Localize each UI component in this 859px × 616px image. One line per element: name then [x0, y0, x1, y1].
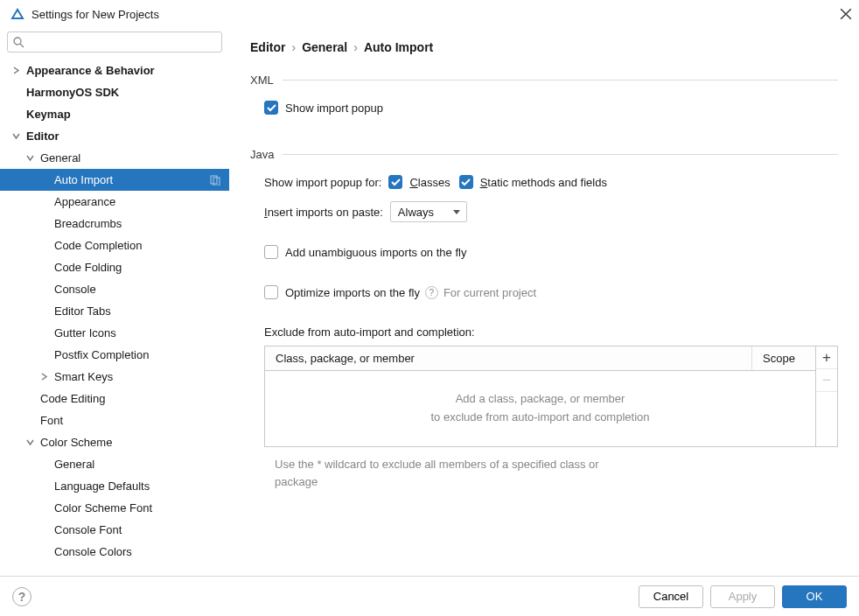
search-input[interactable]	[28, 36, 216, 49]
unambiguous-checkbox[interactable]	[264, 245, 278, 259]
tree-item[interactable]: General	[0, 453, 229, 475]
static-label: Static methods and fields	[480, 176, 607, 189]
chevron-right-icon	[38, 350, 49, 360]
tree-item[interactable]: General	[0, 147, 229, 169]
search-icon	[13, 37, 24, 48]
copy-icon	[210, 175, 220, 186]
settings-tree: Appearance & BehaviorHarmonyOS SDKKeymap…	[0, 60, 229, 576]
chevron-right-icon	[10, 88, 21, 98]
classes-label: Classes	[409, 176, 450, 189]
tree-item-label: Code Completion	[54, 239, 142, 252]
classes-checkbox[interactable]	[388, 175, 402, 189]
cancel-button[interactable]: Cancel	[639, 585, 703, 608]
tree-item-label: Appearance	[54, 195, 115, 208]
tree-item[interactable]: Appearance & Behavior	[0, 60, 229, 81]
ok-button[interactable]: OK	[782, 585, 847, 608]
chevron-right-icon	[38, 547, 49, 557]
tree-item[interactable]: Gutter Icons	[0, 322, 229, 344]
tree-item-label: Color Scheme	[40, 436, 112, 449]
tree-item-label: Code Folding	[54, 261, 122, 274]
svg-line-1	[20, 44, 24, 47]
tree-item[interactable]: Appearance	[0, 191, 229, 213]
exclude-label: Exclude from auto-import and completion:	[264, 326, 838, 339]
chevron-right-icon	[38, 175, 49, 186]
chevron-right-icon	[38, 328, 49, 339]
unambiguous-label: Add unambiguous imports on the fly	[285, 246, 466, 259]
help-icon[interactable]: ?	[425, 286, 438, 299]
titlebar: Settings for New Projects	[0, 0, 859, 28]
tree-item[interactable]: Postfix Completion	[0, 344, 229, 366]
tree-item-label: General	[54, 458, 94, 471]
chevron-right-icon	[24, 394, 35, 404]
static-checkbox[interactable]	[459, 175, 473, 189]
dialog-footer: ? Cancel Apply OK	[0, 576, 859, 616]
exclude-col-class[interactable]: Class, package, or member	[265, 346, 752, 370]
exclude-table: Class, package, or member Scope Add a cl…	[264, 346, 815, 447]
search-input-wrap[interactable]	[7, 32, 222, 52]
tree-item-label: Breadcrumbs	[54, 217, 122, 230]
breadcrumb: Editor › General › Auto Import	[250, 40, 838, 54]
tree-item-label: Appearance & Behavior	[26, 64, 155, 77]
chevron-right-icon	[38, 241, 49, 251]
tree-item[interactable]: Smart Keys	[0, 366, 229, 388]
exclude-col-scope[interactable]: Scope	[752, 346, 815, 370]
svg-point-0	[14, 38, 21, 45]
section-xml: XML	[250, 74, 838, 87]
chevron-right-icon	[38, 481, 49, 492]
chevron-right-icon	[38, 306, 49, 317]
chevron-right-icon: ›	[291, 40, 296, 54]
optimize-checkbox[interactable]	[264, 285, 278, 299]
chevron-right-icon: ›	[353, 40, 358, 54]
tree-item[interactable]: Color Scheme	[0, 431, 229, 453]
sidebar: Appearance & BehaviorHarmonyOS SDKKeymap…	[0, 28, 229, 576]
chevron-right-icon	[38, 197, 49, 207]
breadcrumb-item[interactable]: General	[302, 40, 347, 54]
tree-item[interactable]: Console Colors	[0, 541, 229, 563]
tree-item-label: HarmonyOS SDK	[26, 86, 119, 99]
show-import-popup-checkbox[interactable]	[264, 101, 278, 115]
apply-button[interactable]: Apply	[710, 585, 775, 608]
tree-item-label: Console	[54, 283, 96, 296]
tree-item[interactable]: Language Defaults	[0, 475, 229, 497]
tree-item-label: Gutter Icons	[54, 326, 116, 340]
breadcrumb-item[interactable]: Editor	[250, 40, 285, 54]
chevron-right-icon	[38, 372, 49, 382]
tree-item[interactable]: HarmonyOS SDK	[0, 81, 229, 103]
show-import-popup-label: Show import popup	[285, 102, 383, 115]
breadcrumb-item: Auto Import	[364, 40, 433, 54]
tree-item-label: General	[40, 151, 80, 164]
tree-item[interactable]: Keymap	[0, 103, 229, 125]
tree-item[interactable]: Console Font	[0, 519, 229, 541]
exclude-remove-button[interactable]: −	[816, 369, 837, 392]
chevron-right-icon	[38, 503, 49, 514]
chevron-right-icon	[38, 262, 49, 273]
chevron-right-icon	[38, 219, 49, 229]
tree-item[interactable]: Color Scheme Font	[0, 497, 229, 519]
tree-item-label: Code Editing	[40, 392, 105, 405]
tree-item-label: Auto Import	[54, 173, 113, 186]
chevron-right-icon	[24, 416, 35, 426]
chevron-right-icon	[38, 525, 49, 536]
exclude-add-button[interactable]: +	[816, 346, 837, 369]
tree-item[interactable]: Code Completion	[0, 234, 229, 256]
tree-item[interactable]: Auto Import	[0, 169, 229, 191]
tree-item-label: Smart Keys	[54, 370, 113, 383]
section-title: XML	[250, 74, 274, 87]
tree-item[interactable]: Breadcrumbs	[0, 213, 229, 234]
tree-item[interactable]: Console	[0, 278, 229, 300]
tree-item[interactable]: Editor	[0, 125, 229, 147]
close-icon[interactable]	[840, 8, 852, 20]
tree-item-label: Console Colors	[54, 545, 132, 558]
tree-item[interactable]: Code Editing	[0, 388, 229, 410]
tree-item[interactable]: Editor Tabs	[0, 300, 229, 322]
tree-item-label: Editor	[26, 130, 59, 143]
help-button[interactable]: ?	[12, 587, 31, 606]
chevron-down-icon	[24, 438, 35, 448]
exclude-hint: Use the * wildcard to exclude all member…	[275, 456, 625, 490]
chevron-right-icon	[10, 66, 21, 76]
chevron-right-icon	[10, 109, 21, 120]
insert-imports-select[interactable]: Always	[390, 201, 467, 222]
tree-item[interactable]: Font	[0, 410, 229, 431]
tree-item[interactable]: Code Folding	[0, 256, 229, 278]
optimize-note: For current project	[443, 286, 536, 299]
